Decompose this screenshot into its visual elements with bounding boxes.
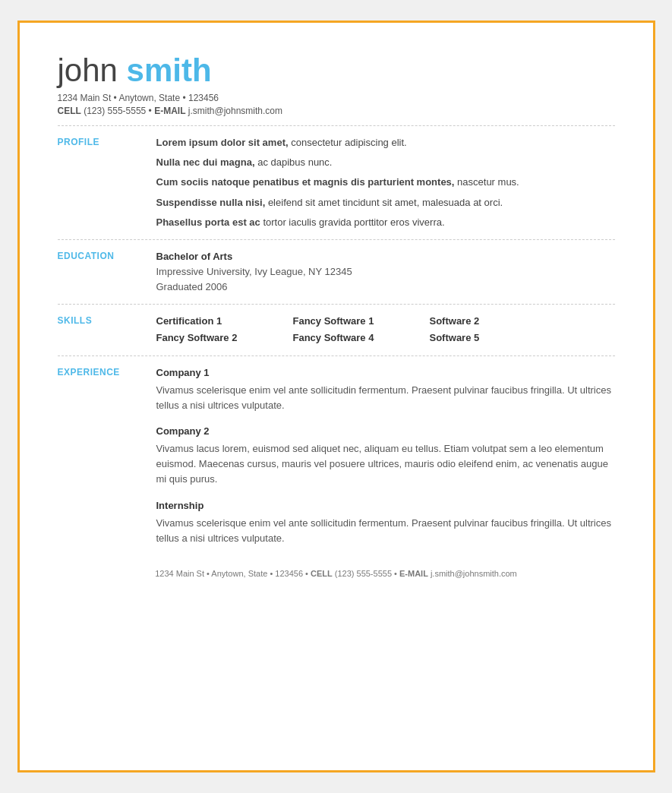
edu-degree: Bachelor of Arts xyxy=(156,249,615,264)
profile-bold-1: Lorem ipsum dolor sit amet, xyxy=(156,137,289,148)
separator: • xyxy=(149,106,155,116)
skill-2: Fancy Software 1 xyxy=(293,314,430,329)
footer: 1234 Main St • Anytown, State • 123456 •… xyxy=(58,561,615,578)
experience-label: EXPERIENCE xyxy=(58,365,156,546)
profile-bold-3: Cum sociis natoque penatibus et magnis d… xyxy=(156,176,455,188)
exp-company-1: Company 1 xyxy=(156,365,615,381)
profile-normal-3: nascetur mus. xyxy=(457,176,519,188)
edu-university: Impressive University, Ivy League, NY 12… xyxy=(156,264,615,280)
resume-container: john smith 1234 Main St • Anytown, State… xyxy=(17,21,655,772)
profile-item-2: Nulla nec dui magna, ac dapibus nunc. xyxy=(156,155,615,170)
profile-normal-1: consectetur adipiscing elit. xyxy=(291,137,406,148)
header-divider xyxy=(58,125,615,126)
exp-desc-2: Vivamus lacus lorem, euismod sed aliquet… xyxy=(156,441,615,487)
exp-company-3: Internship xyxy=(156,498,615,513)
skills-label: SKILLS xyxy=(58,314,156,346)
profile-section: PROFILE Lorem ipsum dolor sit amet, cons… xyxy=(58,135,615,230)
profile-item-3: Cum sociis natoque penatibus et magnis d… xyxy=(156,175,615,190)
last-name: smith xyxy=(127,52,212,88)
experience-section: EXPERIENCE Company 1 Vivamus scelerisque… xyxy=(58,365,615,546)
exp-company-2: Company 2 xyxy=(156,424,615,439)
contact-line: CELL (123) 555-5555 • E-MAIL j.smith@joh… xyxy=(58,106,615,116)
profile-bold-5: Phasellus porta est ac xyxy=(156,216,260,228)
skills-divider xyxy=(58,355,615,356)
education-content: Bachelor of Arts Impressive University, … xyxy=(156,249,615,295)
education-section: EDUCATION Bachelor of Arts Impressive Un… xyxy=(58,249,615,295)
edu-graduated: Graduated 2006 xyxy=(156,280,615,295)
profile-item-1: Lorem ipsum dolor sit amet, consectetur … xyxy=(156,135,615,150)
education-label: EDUCATION xyxy=(58,249,156,295)
skill-4: Fancy Software 2 xyxy=(156,330,293,346)
profile-divider xyxy=(58,239,615,240)
skill-1: Certification 1 xyxy=(156,314,293,329)
education-divider xyxy=(58,304,615,305)
address: 1234 Main St • Anytown, State • 123456 xyxy=(58,93,615,103)
footer-cell-value: (123) 555-5555 • xyxy=(335,569,399,578)
profile-normal-5: tortor iaculis gravida porttitor eros vi… xyxy=(263,216,444,228)
footer-email-value: j.smith@johnsmith.com xyxy=(431,569,517,578)
profile-label: PROFILE xyxy=(58,135,156,230)
footer-address: 1234 Main St • Anytown, State • 123456 • xyxy=(155,569,311,578)
profile-bold-2: Nulla nec dui magna, xyxy=(156,156,255,168)
cell-value: (123) 555-5555 xyxy=(84,106,146,116)
cell-label: CELL xyxy=(58,106,81,116)
skill-5: Fancy Software 4 xyxy=(293,330,430,346)
skills-grid: Certification 1 Fancy Software 1 Softwar… xyxy=(156,314,615,346)
footer-cell-label: CELL xyxy=(311,569,333,578)
skills-content: Certification 1 Fancy Software 1 Softwar… xyxy=(156,314,615,346)
profile-normal-4: eleifend sit amet tincidunt sit amet, ma… xyxy=(268,197,503,208)
email-value: j.smith@johnsmith.com xyxy=(188,106,282,116)
email-label: E-MAIL xyxy=(154,106,185,116)
profile-item-5: Phasellus porta est ac tortor iaculis gr… xyxy=(156,215,615,230)
profile-bold-4: Suspendisse nulla nisi, xyxy=(156,197,266,208)
footer-email-label: E-MAIL xyxy=(399,569,428,578)
skill-3: Software 2 xyxy=(430,314,551,329)
skill-6: Software 5 xyxy=(430,330,551,346)
exp-desc-1: Vivamus scelerisque enim vel ante sollic… xyxy=(156,383,615,413)
skills-section: SKILLS Certification 1 Fancy Software 1 … xyxy=(58,314,615,346)
profile-content: Lorem ipsum dolor sit amet, consectetur … xyxy=(156,135,615,230)
exp-desc-3: Vivamus scelerisque enim vel ante sollic… xyxy=(156,516,615,546)
full-name: john smith xyxy=(58,53,615,88)
profile-normal-2: ac dapibus nunc. xyxy=(257,156,332,168)
profile-item-4: Suspendisse nulla nisi, eleifend sit ame… xyxy=(156,195,615,210)
first-name: john xyxy=(58,52,118,88)
experience-content: Company 1 Vivamus scelerisque enim vel a… xyxy=(156,365,615,546)
header-section: john smith 1234 Main St • Anytown, State… xyxy=(58,53,615,116)
